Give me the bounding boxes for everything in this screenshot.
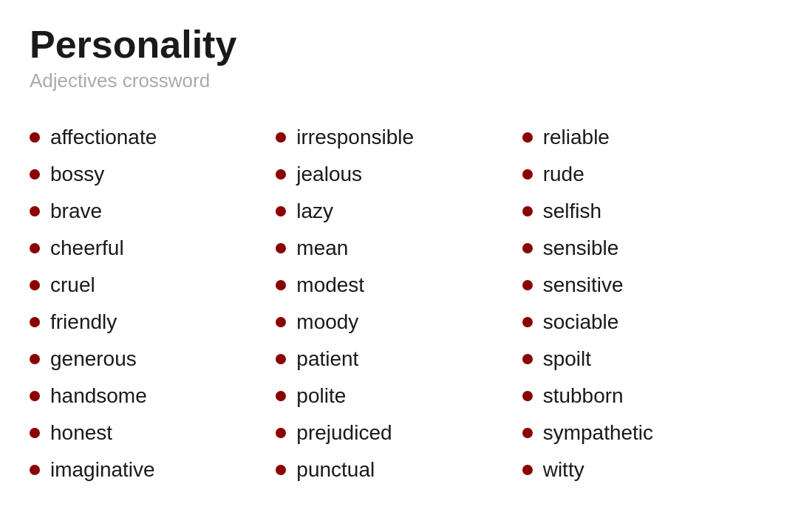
list-item: cheerful [30,230,276,267]
bullet-icon [522,317,533,327]
word-label: imaginative [50,458,155,482]
bullet-icon [276,465,286,475]
word-label: sensitive [543,273,624,297]
list-item: generous [30,341,276,378]
bullet-icon [276,243,286,253]
bullet-icon [522,391,533,401]
list-item: handsome [30,378,276,415]
word-label: stubborn [543,384,624,408]
word-label: jealous [296,163,362,186]
bullet-icon [522,243,533,253]
list-item: sensitive [522,267,768,304]
word-label: reliable [543,126,610,149]
bullet-icon [522,169,533,180]
bullet-icon [522,465,533,475]
word-label: rude [543,163,584,186]
list-item: moody [276,304,522,341]
bullet-icon [30,132,40,143]
word-label: polite [296,384,346,408]
bullet-icon [30,243,40,253]
bullet-icon [276,391,286,401]
list-item: sociable [522,304,768,341]
bullet-icon [30,206,40,216]
bullet-icon [522,280,533,290]
bullet-icon [276,280,286,290]
word-label: witty [543,458,584,482]
list-item: cruel [30,267,276,304]
bullet-icon [30,280,40,290]
word-columns: affectionatebossybravecheerfulcruelfrien… [30,119,768,488]
bullet-icon [276,317,286,327]
word-label: handsome [50,384,147,408]
word-label: patient [296,347,358,371]
word-label: honest [50,421,112,445]
list-item: lazy [276,193,522,230]
list-item: punctual [276,451,522,488]
column-1: affectionatebossybravecheerfulcruelfrien… [30,119,276,488]
word-label: prejudiced [296,421,392,445]
word-label: punctual [296,458,375,482]
list-item: mean [276,230,522,267]
word-label: sociable [543,310,619,334]
word-label: selfish [543,200,601,223]
bullet-icon [276,428,286,438]
word-label: sympathetic [543,421,653,445]
list-item: witty [522,451,768,488]
word-label: spoilt [543,347,591,371]
page-subtitle: Adjectives crossword [30,69,768,92]
word-label: generous [50,347,137,371]
list-item: irresponsible [276,119,522,156]
list-item: selfish [522,193,768,230]
list-item: honest [30,415,276,451]
list-item: rude [522,156,768,193]
bullet-icon [30,354,40,364]
bullet-icon [30,317,40,327]
list-item: sympathetic [522,415,768,451]
list-item: polite [276,378,522,415]
word-label: cheerful [50,236,124,260]
bullet-icon [30,391,40,401]
list-item: modest [276,267,522,304]
word-label: moody [296,310,358,334]
list-item: bossy [30,156,276,193]
word-label: cruel [50,273,95,297]
bullet-icon [30,428,40,438]
column-2: irresponsiblejealouslazymeanmodestmoodyp… [276,119,522,488]
list-item: affectionate [30,119,276,156]
list-item: sensible [522,230,768,267]
word-label: friendly [50,310,117,334]
word-label: brave [50,200,102,223]
word-label: modest [296,273,364,297]
bullet-icon [522,206,533,216]
word-label: bossy [50,163,104,186]
page-title: Personality [30,22,768,66]
bullet-icon [276,169,286,180]
bullet-icon [30,465,40,475]
bullet-icon [522,354,533,364]
word-label: sensible [543,236,619,260]
bullet-icon [276,132,286,143]
list-item: jealous [276,156,522,193]
bullet-icon [30,169,40,180]
list-item: brave [30,193,276,230]
column-3: reliablerudeselfishsensiblesensitivesoci… [522,119,768,488]
word-label: irresponsible [296,126,414,149]
bullet-icon [276,354,286,364]
list-item: patient [276,341,522,378]
list-item: friendly [30,304,276,341]
bullet-icon [522,132,533,143]
list-item: spoilt [522,341,768,378]
word-label: lazy [296,200,333,223]
list-item: stubborn [522,378,768,415]
bullet-icon [276,206,286,216]
bullet-icon [522,428,533,438]
list-item: prejudiced [276,415,522,451]
list-item: reliable [522,119,768,156]
word-label: affectionate [50,126,157,149]
word-label: mean [296,236,348,260]
list-item: imaginative [30,451,276,488]
